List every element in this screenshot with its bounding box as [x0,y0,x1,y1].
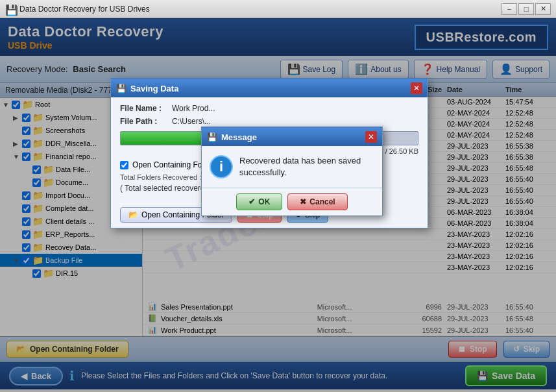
app-icon: 💾 [5,4,16,14]
message-dialog-body: i Recovered data has been saved successf… [202,146,382,188]
message-title: Message [221,132,257,142]
file-name-label: File Name : [120,104,172,113]
cancel-icon: ✖ [300,197,306,206]
message-dialog-footer: ✔ OK ✖ Cancel [202,188,382,215]
ok-icon: ✔ [248,197,255,206]
file-path-label: File Path : [120,117,172,126]
title-bar: 💾 Data Doctor Recovery for USB Drives − … [0,0,556,18]
saving-dialog-title: Saving Data [130,84,178,93]
message-icon: 💾 [207,132,217,142]
window-controls: − □ ✕ [502,3,551,15]
open-folder-checkbox[interactable] [120,161,128,169]
file-path-row: File Path : C:\Users\... [120,117,418,126]
message-dialog-titlebar: 💾 Message ✕ [202,128,382,146]
message-dialog-close[interactable]: ✕ [365,131,377,143]
folder-icon: 📂 [128,210,138,219]
file-name-value: Work Prod... [172,104,418,113]
file-path-value: C:\Users\... [172,117,418,126]
message-dialog: 💾 Message ✕ i Recovered data has been sa… [201,127,383,216]
minimize-button[interactable]: − [502,3,517,15]
close-button[interactable]: ✕ [535,3,551,15]
saving-dialog-close[interactable]: ✕ [411,82,422,94]
saving-dialog-icon: 💾 [116,84,127,93]
saving-dialog-titlebar: 💾 Saving Data ✕ [111,79,428,97]
file-name-row: File Name : Work Prod... [120,104,418,113]
message-cancel-button[interactable]: ✖ Cancel [287,193,347,210]
message-info-icon: i [210,155,233,178]
message-ok-button[interactable]: ✔ OK [236,193,282,210]
message-text: Recovered data has been saved successful… [239,155,374,178]
title-bar-text: Data Doctor Recovery for USB Drives [19,5,502,14]
maximize-button[interactable]: □ [518,3,534,15]
